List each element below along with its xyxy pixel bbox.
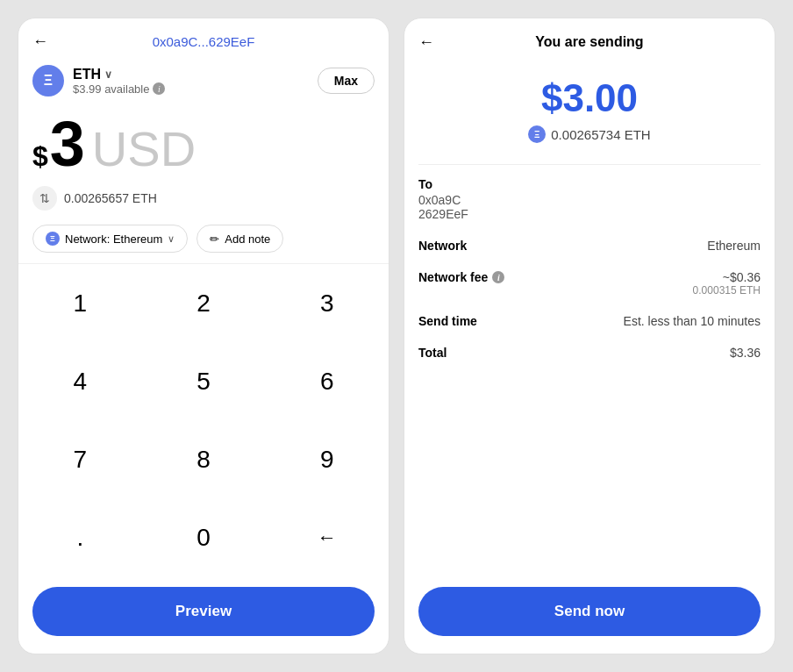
send-btn-wrap: Send now xyxy=(404,576,775,654)
numpad-key-5[interactable]: 5 xyxy=(142,342,266,420)
chevron-down-icon: ∨ xyxy=(104,68,112,81)
total-label: Total xyxy=(418,346,447,360)
numpad: 1 2 3 4 5 6 7 8 9 . 0 ← xyxy=(18,263,389,576)
to-address-line2: 2629EeF xyxy=(418,207,761,221)
numpad-key-dot[interactable]: . xyxy=(18,498,142,576)
add-note-label: Add note xyxy=(225,232,270,246)
dollar-sign: $ xyxy=(32,140,48,173)
preview-button[interactable]: Preview xyxy=(32,587,375,636)
network-row: Network Ethereum xyxy=(418,239,761,253)
numpad-key-7[interactable]: 7 xyxy=(18,420,142,498)
network-value: Ethereum xyxy=(707,239,761,253)
network-label: Network: Ethereum xyxy=(65,232,162,246)
total-row: Total $3.36 xyxy=(418,346,761,360)
fee-label: Network fee i xyxy=(418,270,504,284)
numpad-key-9[interactable]: 9 xyxy=(265,420,389,498)
right-header: ← You are sending xyxy=(404,18,775,59)
swap-icon[interactable]: ⇅ xyxy=(32,186,57,211)
right-panel: ← You are sending $3.00 Ξ 0.00265734 ETH… xyxy=(404,18,775,654)
controls-row: Ξ Network: Ethereum ∨ ✏ Add note xyxy=(18,219,389,263)
sending-usd: $3.00 xyxy=(418,76,761,120)
eth-equiv-text: 0.00265657 ETH xyxy=(64,191,157,205)
max-button[interactable]: Max xyxy=(318,68,375,94)
send-time-value: Est. less than 10 minutes xyxy=(624,314,761,328)
balance-info-icon[interactable]: i xyxy=(153,82,165,95)
token-label[interactable]: ETH ∨ xyxy=(73,67,165,82)
numpad-key-4[interactable]: 4 xyxy=(18,342,142,420)
network-button[interactable]: Ξ Network: Ethereum ∨ xyxy=(32,225,188,253)
numpad-key-8[interactable]: 8 xyxy=(142,420,266,498)
pencil-icon: ✏ xyxy=(210,232,219,246)
token-balance: $3.99 available i xyxy=(73,82,165,96)
send-now-button[interactable]: Send now xyxy=(418,587,761,636)
add-note-button[interactable]: ✏ Add note xyxy=(196,225,283,253)
send-time-row: Send time Est. less than 10 minutes xyxy=(418,314,761,328)
fee-usd: ~$0.36 xyxy=(693,270,761,284)
amount-display: $ 3 USD xyxy=(18,104,389,181)
backspace-icon: ← xyxy=(318,526,337,549)
preview-btn-wrap: Preview xyxy=(18,576,389,654)
to-row: To 0x0a9C 2629EeF xyxy=(418,177,761,221)
eth-token-icon: Ξ xyxy=(32,65,64,97)
right-header-title: You are sending xyxy=(535,34,643,50)
sending-amount: $3.00 Ξ 0.00265734 ETH xyxy=(404,59,775,152)
numpad-key-2[interactable]: 2 xyxy=(142,264,266,342)
left-header: ← 0x0a9C...629EeF xyxy=(18,18,389,58)
right-back-arrow[interactable]: ← xyxy=(418,33,434,52)
send-time-text: Est. less than 10 minutes xyxy=(624,314,761,328)
numpad-key-0[interactable]: 0 xyxy=(142,498,266,576)
fee-value: ~$0.36 0.000315 ETH xyxy=(693,270,761,297)
sending-eth-icon: Ξ xyxy=(528,125,546,143)
network-chevron-icon: ∨ xyxy=(168,233,175,245)
numpad-key-1[interactable]: 1 xyxy=(18,264,142,342)
left-back-arrow[interactable]: ← xyxy=(32,32,48,51)
sending-eth-text: 0.00265734 ETH xyxy=(551,127,650,142)
fee-info-icon[interactable]: i xyxy=(492,271,504,283)
address-link[interactable]: 0x0a9C...629EeF xyxy=(153,34,255,49)
send-time-label: Send time xyxy=(418,314,477,328)
network-eth-icon: Ξ xyxy=(46,232,60,246)
amount-number: 3 xyxy=(50,112,85,175)
eth-equiv-row: ⇅ 0.00265657 ETH xyxy=(18,181,389,219)
token-row: Ξ ETH ∨ $3.99 available i Max xyxy=(18,58,389,104)
numpad-key-3[interactable]: 3 xyxy=(265,264,389,342)
token-info: Ξ ETH ∨ $3.99 available i xyxy=(32,65,165,97)
token-name-row: ETH ∨ $3.99 available i xyxy=(73,67,165,96)
network-detail-value: Ethereum xyxy=(707,239,761,253)
amount-currency: USD xyxy=(92,120,196,177)
fee-eth: 0.000315 ETH xyxy=(693,284,761,297)
detail-section: To 0x0a9C 2629EeF Network Ethereum Netwo… xyxy=(404,165,775,377)
total-value: $3.36 xyxy=(730,346,761,360)
fee-row: Network fee i ~$0.36 0.000315 ETH xyxy=(418,270,761,297)
to-address-line1: 0x0a9C xyxy=(418,193,761,207)
network-detail-label: Network xyxy=(418,239,467,253)
to-label: To xyxy=(418,177,761,191)
numpad-key-backspace[interactable]: ← xyxy=(265,498,389,576)
sending-eth-row: Ξ 0.00265734 ETH xyxy=(418,125,761,143)
numpad-key-6[interactable]: 6 xyxy=(265,342,389,420)
left-panel: ← 0x0a9C...629EeF Ξ ETH ∨ $3.99 availabl… xyxy=(18,18,389,654)
